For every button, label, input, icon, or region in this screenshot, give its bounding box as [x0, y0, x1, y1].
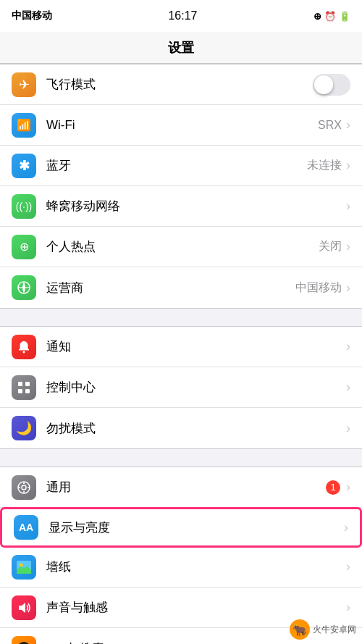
- chevron-icon: ›: [346, 480, 350, 495]
- chevron-icon: ›: [344, 520, 348, 535]
- wallpaper-label: 墙纸: [46, 559, 346, 575]
- bluetooth-label: 蓝牙: [46, 157, 307, 174]
- donotdisturb-icon: 🌙: [12, 416, 36, 440]
- siri-icon: [12, 636, 36, 644]
- carrier-icon: [12, 275, 36, 300]
- chevron-icon: ›: [346, 339, 350, 354]
- airplane-toggle[interactable]: [313, 74, 350, 96]
- svg-point-14: [20, 563, 23, 566]
- cellular-row[interactable]: ((·)) 蜂窝移动网络 ›: [0, 186, 362, 227]
- chevron-icon: ›: [346, 559, 350, 574]
- donotdisturb-label: 勿扰模式: [46, 420, 346, 437]
- system-section: 通知 › 控制中心 › 🌙 勿扰模式 ›: [0, 326, 362, 449]
- network-section: ✈ 飞行模式 📶 Wi-Fi SRX › ✱ 蓝牙 未连接 › ((·: [0, 64, 362, 309]
- notification-icon: [12, 335, 36, 359]
- alarm-icon: ⏰: [324, 11, 336, 22]
- battery-icon: 🔋: [339, 11, 350, 22]
- donotdisturb-row[interactable]: 🌙 勿扰模式 ›: [0, 408, 362, 448]
- notification-label: 通知: [46, 338, 346, 355]
- bluetooth-value: 未连接: [307, 158, 342, 173]
- wallpaper-row[interactable]: 墙纸 ›: [0, 547, 362, 587]
- svg-rect-4: [25, 382, 30, 386]
- wifi-row[interactable]: 📶 Wi-Fi SRX ›: [0, 105, 362, 146]
- watermark: 🐂 火牛安卓网: [290, 619, 356, 640]
- carrier-row[interactable]: 运营商 中国移动 ›: [0, 267, 362, 308]
- svg-point-2: [23, 351, 25, 353]
- chevron-icon: ›: [346, 117, 350, 133]
- sounds-icon: [12, 595, 36, 620]
- chevron-icon: ›: [346, 280, 350, 296]
- cellular-label: 蜂窝移动网络: [46, 198, 346, 214]
- control-center-row[interactable]: 控制中心 ›: [0, 367, 362, 408]
- display-section: 通用 1 › AA 显示与亮度 › 墙纸 ›: [0, 467, 362, 644]
- settings-list: ✈ 飞行模式 📶 Wi-Fi SRX › ✱ 蓝牙 未连接 › ((·: [0, 64, 362, 644]
- hotspot-icon: ⊕: [12, 235, 36, 259]
- nav-bar: 设置: [0, 32, 362, 64]
- carrier-signal: 中国移动: [12, 9, 52, 22]
- notification-badge: 1: [326, 480, 340, 495]
- page-title: 设置: [168, 39, 194, 57]
- svg-point-8: [22, 485, 26, 490]
- wifi-value: SRX: [318, 119, 342, 132]
- chevron-icon: ›: [346, 239, 350, 254]
- status-bar: 中国移动 16:17 ⊕ ⏰ 🔋: [0, 0, 362, 32]
- control-center-label: 控制中心: [46, 379, 346, 396]
- control-center-icon: [12, 375, 36, 400]
- chevron-icon: ›: [346, 421, 350, 436]
- status-icons: ⊕ ⏰ 🔋: [313, 11, 350, 22]
- general-label: 通用: [46, 479, 326, 495]
- chevron-icon: ›: [346, 600, 350, 615]
- wifi-label: Wi-Fi: [46, 118, 318, 133]
- chevron-icon: ›: [346, 641, 350, 645]
- hotspot-label: 个人热点: [46, 238, 319, 255]
- cellular-icon: ((·)): [12, 194, 36, 219]
- airplane-mode-row[interactable]: ✈ 飞行模式: [0, 64, 362, 105]
- toggle-thumb: [314, 75, 333, 94]
- wallpaper-icon: [12, 555, 36, 580]
- sounds-label: 声音与触感: [46, 599, 346, 616]
- airplane-icon: ✈: [12, 72, 36, 97]
- siri-label: Siri 与搜索: [46, 640, 346, 645]
- general-icon: [12, 475, 36, 500]
- clock: 16:17: [168, 9, 197, 22]
- svg-rect-3: [18, 382, 22, 386]
- location-icon: ⊕: [313, 11, 321, 22]
- watermark-text: 火牛安卓网: [313, 624, 356, 636]
- display-brightness-row[interactable]: AA 显示与亮度 ›: [0, 507, 362, 548]
- hotspot-value: 关闭: [319, 239, 342, 254]
- display-icon: AA: [14, 515, 38, 540]
- chevron-icon: ›: [346, 380, 350, 395]
- airplane-label: 飞行模式: [46, 76, 313, 93]
- bluetooth-icon: ✱: [12, 154, 36, 178]
- watermark-logo: 🐂: [290, 619, 310, 640]
- hotspot-row[interactable]: ⊕ 个人热点 关闭 ›: [0, 227, 362, 267]
- chevron-icon: ›: [346, 198, 350, 214]
- general-row[interactable]: 通用 1 ›: [0, 467, 362, 508]
- chevron-icon: ›: [346, 158, 350, 173]
- notification-row[interactable]: 通知 ›: [0, 327, 362, 367]
- svg-rect-6: [25, 389, 30, 393]
- svg-marker-15: [19, 603, 25, 613]
- carrier-value: 中国移动: [295, 280, 342, 296]
- bluetooth-row[interactable]: ✱ 蓝牙 未连接 ›: [0, 146, 362, 186]
- svg-rect-5: [18, 389, 22, 393]
- carrier-label: 运营商: [46, 280, 295, 296]
- wifi-icon: 📶: [12, 113, 36, 138]
- display-label: 显示与亮度: [49, 519, 344, 536]
